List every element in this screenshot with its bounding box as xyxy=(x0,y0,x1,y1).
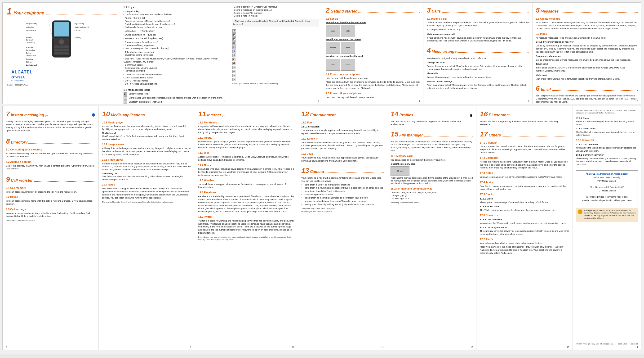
radio-mode-note: In Radio mode, you are required to plug … xyxy=(576,109,638,114)
footnote-10: The quality of the radio depends on the … xyxy=(102,201,191,203)
stopwatch-text: The stopwatch is a simple application fo… xyxy=(301,129,384,135)
delete-actions: • Delete a contact (in Directory/Call me… xyxy=(232,6,319,18)
bluetooth-text: Access this feature by pressing the key … xyxy=(480,120,569,126)
removing-back: Removing or installing the back cover xyxy=(326,21,420,24)
mem-done-row: 💾 xyxy=(232,38,319,41)
notes-title: 17.3 Notes xyxy=(480,171,569,175)
call-settings-title: 9.3 Call settings xyxy=(6,208,95,211)
footnotes-12: Your phone may include some JAVA games. … xyxy=(301,207,384,213)
section-3-header: 3 Calls xyxy=(427,6,529,15)
twitter-title: 11.7 Twitter xyxy=(198,215,294,219)
doc-id: IP3204_799A_QG_Eng_USA_05_101220.indd 1 xyxy=(576,343,615,345)
doc-time: 13:23:53 xyxy=(631,343,638,345)
facebook-title: 11.6 Facebook xyxy=(198,191,294,194)
opera-text: Not only does Opera Mini give you the fu… xyxy=(198,140,294,149)
aidp-row: ⊕ xyxy=(232,78,319,81)
unit-sub: 17.6.1 Unit converter xyxy=(576,143,638,146)
weather-text: Your cellphone is equipped with a weathe… xyxy=(198,183,294,189)
svg-text:Call memory: Call memory xyxy=(26,42,36,44)
footnote-9: Depending on your network operator. xyxy=(6,219,95,222)
svg-text:Right softkey: Right softkey xyxy=(74,23,84,25)
mark-unmark: Mark/UnmarkMark/Unmark tick(s) on file(s… xyxy=(102,132,191,141)
call-mem-text: You can access call memory by pressing t… xyxy=(6,191,95,194)
profiles-text: With this menu, you may personalise ring… xyxy=(390,120,473,126)
weather-title: 11.5 Weather xyxy=(198,179,294,182)
page-num-13: 13 xyxy=(567,346,569,348)
switch-keys: • Switch on/Switch off • End call xyxy=(124,33,226,37)
section-10-header: 10 Media applications xyxy=(102,109,191,119)
svg-rect-12 xyxy=(64,52,69,55)
clock-section-title: 17.5 Clock xyxy=(480,193,569,196)
col-profiles: 14 Profiles 📱 With this menu, you may pe… xyxy=(387,106,476,350)
page-num-12: 12 xyxy=(470,346,473,348)
flight-row: ✈ xyxy=(232,74,319,77)
clock-title: 17.5.2 Clock xyxy=(480,197,569,201)
section-1-header: 1 Your cellphone xyxy=(7,6,117,18)
stopwatch-sub-title: 12.1.1 Stopwatch xyxy=(301,125,384,128)
shift-note: • Shift: sound play among Headset, Bluet… xyxy=(232,19,319,27)
svg-text:Switch on/Switch off: Switch on/Switch off xyxy=(74,26,90,28)
svg-rect-7 xyxy=(54,49,59,51)
svg-text:Side key: Side key xyxy=(74,37,81,39)
svg-text:Message key: Message key xyxy=(26,29,36,31)
page-bottom: 7 Instant messaging (1) 🅟 Palringo Insta… xyxy=(2,106,642,350)
footnote-15: Depending on cellphone and market. xyxy=(390,202,473,204)
section-1-title: Your cellphone xyxy=(14,10,44,16)
music-player-title: 10.1 Music player xyxy=(102,121,191,124)
unread-title: Group unread message xyxy=(536,55,638,58)
formats-text: - Sounds: mp3, m4a, aac, midi, wav, amr,… xyxy=(390,191,473,200)
page-num-11: 11 xyxy=(381,346,384,348)
edition-text: English - CJB31|JALAAA xyxy=(7,84,28,86)
keys-header: 1.1 Keys xyxy=(124,6,226,9)
timer-text: Timer send Enable SMS/GPRS to be sent ou… xyxy=(536,66,638,73)
restore-title: Restore default settings xyxy=(427,80,529,83)
voicemail-key: • Access your voicemail (long keypress) xyxy=(124,37,226,40)
svg-text:Caps key: Caps key xyxy=(26,58,33,60)
svg-text:Navigation key: Navigation key xyxy=(26,23,37,25)
section-16-header: 16 Bluetooth™ xyxy=(480,109,569,119)
emergency-text: If your cellphone has network coverage, … xyxy=(427,37,529,43)
world-clock-subsection: 17.5.3 World clock xyxy=(576,127,638,130)
back-cover-images: back slide xyxy=(326,25,420,37)
ebook-title: 12.2 Ebook (1) xyxy=(301,137,384,140)
edge-att-row: E xyxy=(232,54,319,57)
mem-scan-row: 💾 xyxy=(232,33,319,37)
calendar-title: 17.1 Calendar xyxy=(480,141,569,144)
streaming-url: Streaming URLThis feature enables the us… xyxy=(102,172,191,181)
battery-install: Installing or removing the battery xyxy=(326,38,420,41)
unread-text: Group unread message Unread messages wil… xyxy=(536,59,638,62)
billing-title: 9.2 Billing (1) xyxy=(6,195,95,199)
making-call-title: 3.1 Making a call xyxy=(427,17,529,21)
svg-text:Answer/: Answer/ xyxy=(26,37,32,39)
mode-text: Mode You may select the mode of Ringtone… xyxy=(480,245,569,254)
inbox-text: All received messages (read and unread) … xyxy=(536,37,638,40)
section-11-header: 11 Internet (1) xyxy=(198,109,294,119)
col-media: 10 Media applications 10.1 Music player … xyxy=(99,106,195,350)
softkeys: • Left softkey • Right softkey xyxy=(124,30,226,33)
call-settings-text: You can access a number of items with th… xyxy=(6,212,95,218)
tasks-text: Enables you to easily manage and track t… xyxy=(480,185,569,191)
multi-title: Multi-mark xyxy=(536,74,638,77)
battery-images: battery insert xyxy=(326,42,420,54)
sim-install: Inserting or removing the SIM card xyxy=(326,55,420,58)
svg-rect-8 xyxy=(60,49,64,51)
hang-up-text: To hang up the call, press the key. xyxy=(427,28,529,31)
call-mem-title: 9.1 Call memory xyxy=(6,186,95,190)
msg-full-row: ✉! xyxy=(232,70,319,73)
consult-dir-text: To access the Directory from the main sc… xyxy=(6,152,95,158)
edge-conn-row: E~ xyxy=(232,58,319,61)
svg-rect-9 xyxy=(64,49,69,51)
section-17-header: 17 Others xyxy=(480,129,569,139)
inbox-title: 5.2 Inbox xyxy=(536,32,638,36)
model-number: OT-799A xyxy=(7,75,117,80)
svg-rect-6 xyxy=(64,46,69,48)
warning-box: ! Prolonged exposure to music at full vo… xyxy=(576,208,638,222)
news-text: It is a huge time saver providing news u… xyxy=(198,167,294,176)
clock-subsection: 17.5.2 Clock xyxy=(576,117,638,120)
bt-blue-row: β Bluetooth status (Blue - Activated). xyxy=(124,100,226,104)
page-num-1: 1 xyxy=(7,100,8,103)
currency-conv-text: The currency converter allows you to con… xyxy=(480,230,569,236)
world-clock-title: 17.5.3 World clock xyxy=(480,205,569,208)
java-title: 12.3 Java xyxy=(301,152,384,156)
unit-conv-title: 17.6.1 Unit converter xyxy=(480,218,569,221)
